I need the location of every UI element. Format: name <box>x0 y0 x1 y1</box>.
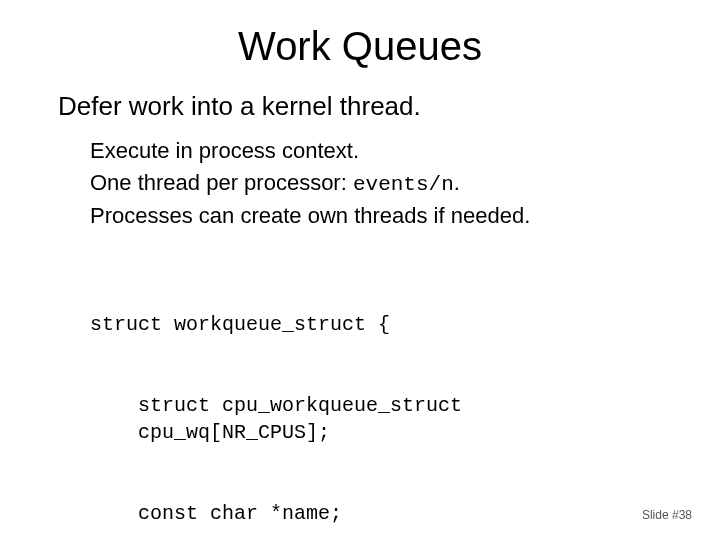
bullet-item: One thread per processor: events/n. <box>90 168 662 199</box>
bullet-item: Processes can create own threads if need… <box>90 201 662 231</box>
bullet-list: Execute in process context. One thread p… <box>58 136 662 231</box>
bullet-item: Execute in process context. <box>90 136 662 166</box>
slide: Work Queues Defer work into a kernel thr… <box>0 0 720 540</box>
code-line: struct cpu_workqueue_struct cpu_wq[NR_CP… <box>90 392 662 446</box>
code-line: const char *name; <box>90 500 662 527</box>
inline-code: events/n <box>353 173 454 196</box>
slide-title: Work Queues <box>58 24 662 69</box>
code-line: struct workqueue_struct { <box>90 311 662 338</box>
code-block: struct workqueue_struct { struct cpu_wor… <box>58 257 662 540</box>
slide-subhead: Defer work into a kernel thread. <box>58 91 662 122</box>
slide-number: Slide #38 <box>642 508 692 522</box>
bullet-text: . <box>454 170 460 195</box>
bullet-text: One thread per processor: <box>90 170 353 195</box>
